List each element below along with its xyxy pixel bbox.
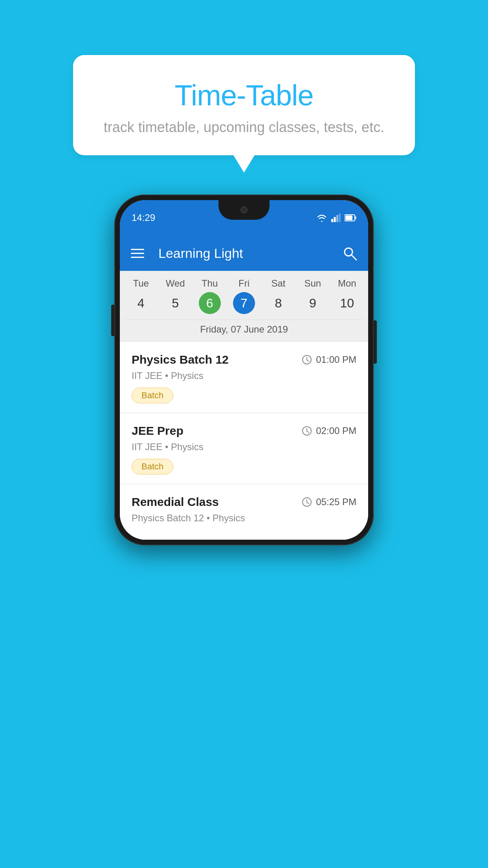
tooltip-title: Time-Table — [93, 79, 395, 112]
schedule-item-2-time-text: 02:00 PM — [316, 425, 356, 436]
schedule-item-1-time-text: 01:00 PM — [316, 354, 356, 365]
schedule-item-3-meta: Physics Batch 12 • Physics — [132, 513, 356, 524]
phone-outer: 14:29 — [114, 195, 374, 545]
tooltip-subtitle: track timetable, upcoming classes, tests… — [93, 119, 395, 136]
day-numbers: 4 5 6 7 8 9 10 — [124, 292, 364, 320]
day-headers: Tue Wed Thu Fri Sat Sun Mon — [124, 278, 364, 292]
status-icons — [316, 213, 356, 222]
status-time: 14:29 — [132, 212, 155, 223]
selected-date-label: Friday, 07 June 2019 — [124, 320, 364, 342]
day-header-mon: Mon — [330, 278, 364, 289]
day-header-sun: Sun — [295, 278, 330, 289]
day-header-fri: Fri — [227, 278, 261, 289]
schedule-item-3-time-text: 05:25 PM — [316, 497, 356, 508]
schedule-item-3-time: 05:25 PM — [302, 497, 356, 508]
svg-rect-1 — [334, 217, 336, 222]
schedule-item-2-badge: Batch — [132, 459, 173, 474]
svg-rect-2 — [336, 215, 338, 222]
hamburger-menu-icon[interactable] — [131, 249, 144, 258]
app-bar-title: Learning Light — [158, 246, 334, 261]
phone-mockup: 14:29 — [114, 195, 374, 545]
phone-screen: 14:29 — [120, 200, 368, 540]
schedule-item-1-header: Physics Batch 12 01:00 PM — [132, 353, 356, 366]
clock-icon-2 — [302, 426, 312, 436]
schedule-item-3-header: Remedial Class 05:25 PM — [132, 495, 356, 509]
status-bar: 14:29 — [120, 200, 368, 235]
day-header-wed: Wed — [158, 278, 192, 289]
day-10[interactable]: 10 — [330, 292, 364, 314]
day-header-tue: Tue — [124, 278, 158, 289]
schedule-item-3[interactable]: Remedial Class 05:25 PM Physics Batch 12… — [120, 484, 368, 540]
day-header-sat: Sat — [261, 278, 295, 289]
clock-icon-1 — [302, 355, 312, 365]
schedule-item-2-time: 02:00 PM — [302, 425, 356, 436]
schedule-item-1-time: 01:00 PM — [302, 354, 356, 365]
svg-line-17 — [307, 502, 309, 504]
app-bar: Learning Light — [120, 235, 368, 271]
day-6-today[interactable]: 6 — [199, 292, 221, 314]
svg-rect-0 — [331, 219, 333, 222]
svg-line-14 — [307, 431, 309, 432]
schedule-item-2-header: JEE Prep 02:00 PM — [132, 424, 356, 438]
svg-rect-6 — [355, 216, 356, 219]
schedule-item-1-title: Physics Batch 12 — [132, 353, 229, 366]
svg-line-8 — [352, 255, 356, 260]
day-5[interactable]: 5 — [158, 292, 192, 314]
notch-cutout — [218, 200, 270, 220]
day-8[interactable]: 8 — [261, 292, 295, 314]
schedule-item-2-title: JEE Prep — [132, 424, 183, 438]
camera-dot — [240, 206, 248, 213]
wifi-icon — [316, 213, 327, 222]
svg-line-11 — [307, 360, 309, 361]
day-7-selected[interactable]: 7 — [233, 292, 255, 314]
schedule-list: Physics Batch 12 01:00 PM IIT JEE • Phys… — [120, 342, 368, 540]
schedule-item-1-badge: Batch — [132, 388, 173, 403]
schedule-item-2[interactable]: JEE Prep 02:00 PM IIT JEE • Physics Batc… — [120, 413, 368, 484]
battery-icon — [345, 214, 356, 222]
schedule-item-2-meta: IIT JEE • Physics — [132, 441, 356, 452]
day-header-thu: Thu — [193, 278, 227, 289]
schedule-item-1-meta: IIT JEE • Physics — [132, 370, 356, 381]
schedule-item-1[interactable]: Physics Batch 12 01:00 PM IIT JEE • Phys… — [120, 342, 368, 413]
calendar-strip: Tue Wed Thu Fri Sat Sun Mon 4 5 6 7 8 9 … — [120, 271, 368, 342]
day-9[interactable]: 9 — [295, 292, 330, 314]
tooltip-card: Time-Table track timetable, upcoming cla… — [73, 55, 415, 155]
signal-icon — [331, 213, 341, 222]
day-4[interactable]: 4 — [124, 292, 158, 314]
clock-icon-3 — [302, 497, 312, 507]
schedule-item-3-title: Remedial Class — [132, 495, 219, 509]
svg-rect-3 — [339, 213, 341, 222]
search-icon[interactable] — [342, 246, 357, 261]
svg-rect-5 — [345, 215, 352, 220]
